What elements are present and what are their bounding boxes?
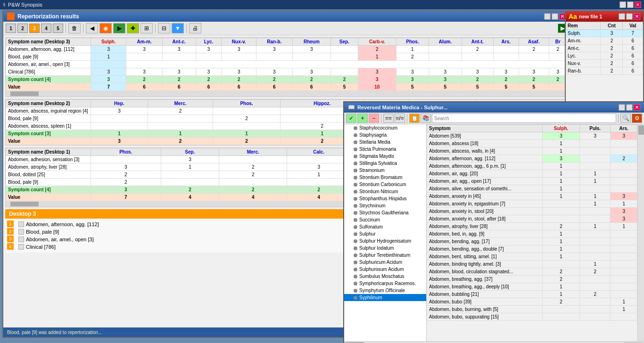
rmm-check-btn[interactable]: ✓ bbox=[346, 114, 356, 123]
rmm-list-item[interactable]: Strontium Nitricum bbox=[344, 188, 426, 195]
rmm-remove-btn[interactable]: − bbox=[369, 114, 379, 123]
rmm-list-item[interactable]: Sulfonalum bbox=[344, 223, 426, 230]
rmm-ars-cell bbox=[611, 185, 637, 193]
rmm-list-item[interactable]: Strychninum bbox=[344, 202, 426, 209]
rmm-maximize-btn[interactable]: □ bbox=[626, 104, 633, 111]
rmm-add-btn[interactable]: + bbox=[357, 114, 368, 123]
tab-4[interactable]: 4 bbox=[41, 24, 51, 33]
rmm-symptom-cell: Abdomen [539] bbox=[427, 132, 543, 140]
side-minimize-btn[interactable]: _ bbox=[619, 13, 625, 20]
rmm-hscroll[interactable] bbox=[344, 341, 644, 343]
rmm-eq-btn[interactable]: == bbox=[383, 114, 394, 123]
rmm-list-item[interactable]: Stellaria Media bbox=[344, 139, 426, 146]
num-cell bbox=[287, 179, 351, 186]
tab-1[interactable]: 1 bbox=[6, 24, 16, 33]
rmm-list-item[interactable]: Strontium Carbonicum bbox=[344, 181, 426, 188]
rmm-list-item[interactable]: Sulphur Hydrogenisatum bbox=[344, 237, 426, 245]
num-cell: 1 bbox=[358, 53, 396, 61]
rmm-search-btn[interactable]: 🔍 bbox=[620, 114, 631, 123]
rmm-ars-cell bbox=[611, 178, 637, 185]
rmm-list-item[interactable]: Stigmata Maydis bbox=[344, 153, 426, 160]
rmm-list-item[interactable]: Sticta Pulmonaria bbox=[344, 146, 426, 153]
app-maximize-btn[interactable]: □ bbox=[627, 1, 634, 8]
rmm-list-item[interactable]: Staphylococcinum bbox=[344, 124, 426, 131]
rmm-list-item[interactable]: Sulphur bbox=[344, 230, 426, 237]
app-close-btn[interactable]: ✕ bbox=[635, 1, 641, 8]
grid1-hscroll[interactable] bbox=[6, 91, 567, 97]
rmm-ars-cell: 1 bbox=[611, 298, 637, 306]
rmm-book-btn[interactable]: 📚 bbox=[421, 114, 431, 123]
rmm-list-item[interactable]: Sulphurosum Acidum bbox=[344, 266, 426, 273]
grid-desktop3-section: Symptom name (Desktop 3) Sulph. Am-m. An… bbox=[5, 37, 568, 97]
rmm-ars-cell bbox=[611, 313, 637, 321]
rmm-bullet bbox=[354, 140, 357, 144]
rmm-list-item[interactable]: Sulphur Iodatum bbox=[344, 245, 426, 252]
rmm-ars-cell: 1 bbox=[611, 223, 637, 230]
num-cell: 3 bbox=[126, 46, 162, 53]
rmm-search-input[interactable] bbox=[432, 114, 616, 123]
rmm-item-label: Staphylococcinum bbox=[359, 125, 397, 131]
add-btn[interactable]: ✚ bbox=[127, 23, 139, 33]
rmm-col-puls: Puls. bbox=[579, 125, 610, 132]
nav-circle-btn[interactable]: ◉ bbox=[99, 23, 112, 33]
grid3-h-ars: Ars. bbox=[493, 38, 519, 46]
rmm-close-btn[interactable]: ✕ bbox=[634, 104, 640, 111]
side-cnt: 2 bbox=[601, 67, 623, 75]
rmm-sulph-cell: 1 bbox=[543, 230, 580, 238]
num-cell: 5 bbox=[396, 83, 429, 91]
filter-btn[interactable]: ⊞ bbox=[140, 23, 153, 33]
nav-right-btn[interactable]: ▶ bbox=[113, 23, 125, 33]
tab-2[interactable]: 2 bbox=[17, 24, 28, 33]
rmm-bullet bbox=[354, 183, 357, 187]
num-cell: 4 bbox=[219, 194, 287, 201]
main-minimize-btn[interactable]: _ bbox=[544, 13, 551, 20]
num-cell bbox=[256, 53, 292, 61]
rmm-list-item[interactable]: Succinum bbox=[344, 216, 426, 223]
rmm-list-item[interactable]: Strophanthus Hispidus bbox=[344, 195, 426, 202]
rmm-ars-cell bbox=[611, 291, 637, 298]
num-cell: 2 bbox=[213, 115, 281, 122]
rmm-remedy-list[interactable]: StaphylococcinumStaphysagriaStellaria Me… bbox=[344, 124, 427, 341]
side-table-row: Sulph. 3 7 bbox=[566, 30, 643, 37]
rmm-list-item[interactable]: Symphoricarpus Racemos. bbox=[344, 280, 426, 287]
toolbar-sep-4 bbox=[186, 24, 187, 33]
rmm-puls-cell bbox=[579, 155, 610, 163]
rmm-list-item[interactable]: Syphilinum bbox=[344, 294, 426, 301]
num-cell bbox=[219, 156, 287, 163]
rmm-list-item[interactable]: Symphytum Officinale bbox=[344, 287, 426, 294]
tab-3[interactable]: 3 bbox=[29, 24, 40, 33]
app-minimize-btn[interactable]: _ bbox=[619, 1, 626, 8]
side-close-btn[interactable]: ✕ bbox=[634, 13, 640, 20]
tab-5[interactable]: 5 bbox=[53, 24, 63, 33]
rmm-list-item[interactable]: Sulphuricum Acidum bbox=[344, 259, 426, 266]
side-cnt: 2 bbox=[601, 45, 623, 52]
rmm-list-item[interactable]: Stillingia Sylvatica bbox=[344, 160, 426, 167]
rmm-settings-btn[interactable]: ⚙ bbox=[632, 114, 642, 123]
rmm-list-item[interactable]: Sumbulus Moschatus bbox=[344, 273, 426, 280]
rmm-list-item[interactable]: Stramonium bbox=[344, 167, 426, 174]
grid1-h-calc: Calc. bbox=[287, 148, 351, 156]
num-cell: 2 bbox=[287, 186, 351, 194]
table-row: Abdomen, alive, sensation of somethi... … bbox=[427, 185, 637, 193]
num-cell: 3 bbox=[287, 163, 351, 171]
rmm-scrollbar[interactable] bbox=[637, 124, 644, 341]
delete-btn[interactable]: 🗑 bbox=[68, 23, 81, 33]
download-btn[interactable]: ▼ bbox=[172, 23, 184, 33]
rmm-ars-cell bbox=[611, 268, 637, 276]
rmm-sulph-cell: 1 bbox=[543, 170, 580, 178]
rmm-minimize-btn[interactable]: _ bbox=[619, 104, 625, 111]
rmm-list-item[interactable]: Strontium Bromatum bbox=[344, 174, 426, 181]
rmm-list-item[interactable]: Staphysagria bbox=[344, 131, 426, 139]
rmm-info-btn[interactable]: 📋 bbox=[409, 114, 420, 123]
nav-left-btn[interactable]: ◀ bbox=[86, 23, 98, 33]
print-btn[interactable]: 🖨 bbox=[189, 23, 201, 33]
side-panel-title: Aa new file 1 _ □ ✕ bbox=[566, 11, 643, 22]
rmm-list-item[interactable]: Strychnos Gaultheriana bbox=[344, 209, 426, 216]
rmm-neq-btn[interactable]: =/= bbox=[395, 114, 405, 123]
side-maximize-btn[interactable]: □ bbox=[626, 13, 633, 20]
rmm-list-item[interactable]: Sulphur Terebinthinatum bbox=[344, 252, 426, 259]
view-btn[interactable]: ⊟ bbox=[158, 23, 170, 33]
main-title-buttons: _ □ ✕ bbox=[544, 13, 566, 20]
main-maximize-btn[interactable]: □ bbox=[552, 13, 558, 20]
table-row: Abdomen, breathing, agg. [37] 2 bbox=[427, 276, 637, 283]
